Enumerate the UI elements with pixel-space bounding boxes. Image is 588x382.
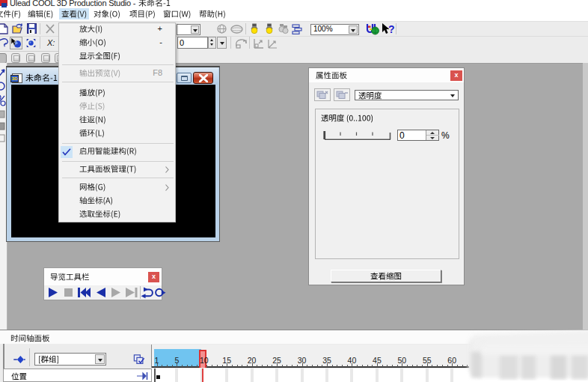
svg-text:?: ? (388, 23, 395, 35)
